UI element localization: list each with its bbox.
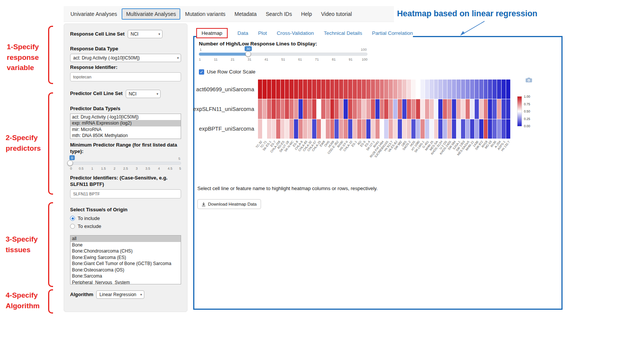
heatmap-cell[interactable] [339,99,343,119]
heatmap-cell[interactable] [357,80,361,99]
heatmap-cell[interactable] [294,80,298,99]
heatmap-cell[interactable] [353,99,357,119]
heatmap-cell[interactable] [330,119,335,139]
predictor-data-type-listbox[interactable]: act: Drug Activity (-log10[IC50M])exp: m… [70,114,181,139]
heatmap-cell[interactable] [443,80,447,99]
heatmap-cell[interactable] [506,80,510,99]
heatmap-cell[interactable] [335,99,339,119]
min-predictor-range-slider[interactable]: 5000.511.522.533.544.55 [70,156,181,173]
listbox-option[interactable]: all [70,236,181,242]
camera-icon[interactable] [525,77,532,83]
heatmap-cell[interactable] [339,80,343,99]
heatmap-cell[interactable] [506,119,510,139]
heatmap-cell[interactable] [258,119,262,139]
heatmap-cell[interactable] [407,99,411,119]
heatmap-cell[interactable] [289,80,294,99]
heatmap-cell[interactable] [303,119,307,139]
heatmap-cell[interactable] [398,80,402,99]
slider-handle[interactable] [245,51,251,57]
row-color-scale-checkbox[interactable]: ✓ Use Row Color Scale [199,69,255,75]
heatmap-cell[interactable] [312,80,316,99]
heatmap-cell[interactable] [425,99,429,119]
heatmap-cell[interactable] [470,80,474,99]
listbox-option[interactable]: Bone:Sarcoma [70,273,181,279]
heatmap-cell[interactable] [502,99,506,119]
heatmap-cell[interactable] [402,99,406,119]
download-heatmap-data-button[interactable]: Download Heatmap Data [197,199,261,209]
heatmap-cell[interactable] [371,80,375,99]
tissue-include-radio[interactable]: To include [70,215,181,221]
heatmap-cell[interactable] [452,119,456,139]
slider-handle[interactable] [67,160,73,166]
heatmap-cell[interactable] [317,80,321,99]
heatmap-cell[interactable] [466,119,470,139]
heatmap-cell[interactable] [393,80,397,99]
heatmap-cell[interactable] [362,119,366,139]
heatmap-cell[interactable] [330,80,335,99]
heatmap-cell[interactable] [321,99,325,119]
heatmap-cell[interactable] [339,119,343,139]
heatmap-cell[interactable] [438,80,442,99]
tissue-exclude-radio[interactable]: To exclude [70,223,181,229]
heatmap-cell[interactable] [289,99,294,119]
heatmap-cell[interactable] [456,99,461,119]
heatmap-cell[interactable] [466,99,470,119]
heatmap-cell[interactable] [430,80,434,99]
heatmap-cell[interactable] [348,99,352,119]
heatmap-cell[interactable] [479,99,483,119]
tab-cross-validation[interactable]: Cross-Validation [277,30,314,36]
heatmap-cell[interactable] [443,99,447,119]
response-data-type-select[interactable]: act: Drug Activity (-log10[IC50M]) ▾ [70,54,181,62]
heatmap-cell[interactable] [393,99,397,119]
heatmap-cell[interactable] [492,119,497,139]
nav-item-multivariate-analyses[interactable]: Multivariate Analyses [122,8,181,20]
heatmap-cell[interactable] [308,99,312,119]
heatmap-cell[interactable] [447,99,452,119]
heatmap-cell[interactable] [389,119,393,139]
heatmap-row-label[interactable]: expBPTF_uniSarcoma [194,119,257,139]
heatmap-cell[interactable] [461,80,465,99]
heatmap-cell[interactable] [475,99,479,119]
heatmap-cell[interactable] [357,99,361,119]
heatmap-cell[interactable] [484,119,488,139]
heatmap-cell[interactable] [492,80,497,99]
heatmap-cell[interactable] [344,99,348,119]
heatmap-cell[interactable] [263,80,267,99]
slider-track[interactable] [70,162,181,165]
heatmap-cell[interactable] [384,99,388,119]
heatmap-cell[interactable] [384,119,388,139]
heatmap-cell[interactable] [289,119,294,139]
listbox-option[interactable]: Bone [70,242,181,248]
tab-partial-correlation[interactable]: Partial Correlation [372,30,413,36]
heatmap-cell[interactable] [267,119,271,139]
heatmap-cell[interactable] [276,99,280,119]
response-identifier-input[interactable]: topotecan [70,72,181,81]
heatmap-cell[interactable] [475,119,479,139]
heatmap-cell[interactable] [492,99,497,119]
listbox-option[interactable]: act: Drug Activity (-log10[IC50M]) [70,114,181,120]
heatmap-cell[interactable] [312,99,316,119]
listbox-option[interactable]: Peripheral_Nervous_System [70,279,181,285]
heatmap-cell[interactable] [447,80,452,99]
heatmap-cell[interactable] [321,80,325,99]
heatmap-cell[interactable] [326,119,330,139]
heatmap-cell[interactable] [303,99,307,119]
heatmap-cell[interactable] [470,119,474,139]
heatmap-cell[interactable] [452,80,456,99]
heatmap-cell[interactable] [317,99,321,119]
heatmap-cell[interactable] [272,99,276,119]
tab-data[interactable]: Data [238,30,249,36]
heatmap-cell[interactable] [407,119,411,139]
nav-item-metadata[interactable]: Metadata [230,8,261,20]
heatmap-cell[interactable] [285,80,289,99]
heatmap-cell[interactable] [285,119,289,139]
heatmap-row-label[interactable]: act609699_uniSarcoma [194,80,257,99]
heatmap-cell[interactable] [488,99,492,119]
heatmap-cell[interactable] [267,80,271,99]
heatmap-cell[interactable] [461,119,465,139]
heatmap-cell[interactable] [371,99,375,119]
listbox-option[interactable]: mth: DNA 850K Methylation [70,133,181,139]
heatmap-cell[interactable] [272,119,276,139]
heatmap-cell[interactable] [375,119,380,139]
heatmap-cell[interactable] [434,119,438,139]
